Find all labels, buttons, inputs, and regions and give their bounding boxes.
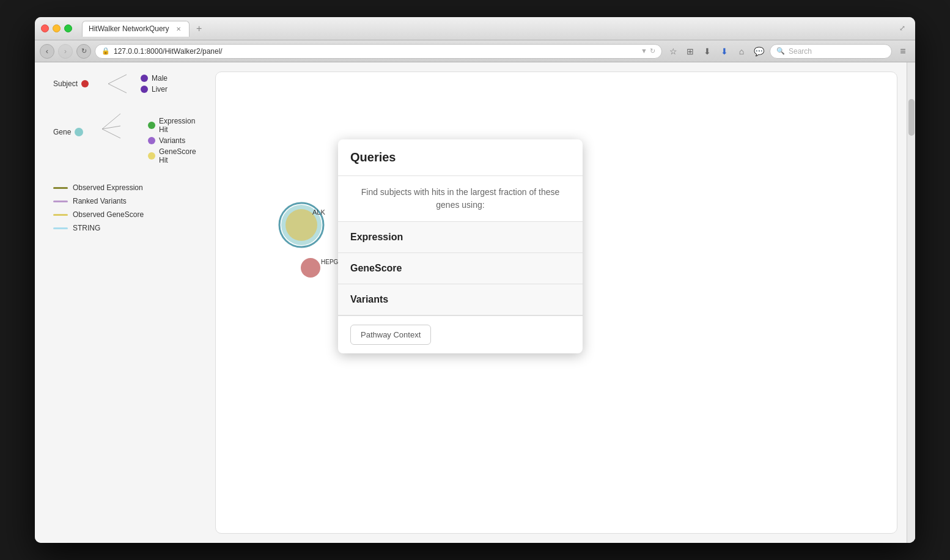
observed-genescore-line xyxy=(53,214,68,216)
genescore-dot xyxy=(148,152,155,160)
window-controls: ⤢ xyxy=(899,24,909,34)
genescore-hit-label: GeneScore Hit xyxy=(159,147,200,164)
subject-label: Subject xyxy=(53,79,78,88)
search-bar[interactable]: 🔍 Search xyxy=(770,44,892,59)
alk-node-label: ALK xyxy=(312,208,325,216)
right-scrollbar[interactable] xyxy=(907,62,915,543)
subject-tree-lines xyxy=(102,72,151,96)
variants-label: Variants xyxy=(159,136,185,145)
genescore-option[interactable]: GeneScore xyxy=(338,253,583,284)
popup-description: Find subjects with hits in the largest f… xyxy=(338,176,583,222)
tab-close-button[interactable]: ✕ xyxy=(174,24,183,33)
svg-line-1 xyxy=(108,84,127,93)
male-label: Male xyxy=(152,74,168,83)
chat-icon[interactable]: 💬 xyxy=(751,44,766,59)
traffic-lights xyxy=(41,24,72,32)
subject-dot xyxy=(81,80,89,87)
close-button[interactable] xyxy=(41,24,49,32)
secure-icon: 🔒 xyxy=(101,47,110,55)
home-icon[interactable]: ⌂ xyxy=(734,44,749,59)
observed-expression-legend-label: Observed Expression xyxy=(73,183,143,192)
scrollbar-thumb[interactable] xyxy=(908,99,915,136)
svg-point-5 xyxy=(301,258,320,278)
browser-window: HitWalker NetworkQuery ✕ + ⤢ ‹ › ↻ 🔒 127… xyxy=(35,17,915,543)
search-icon: 🔍 xyxy=(776,47,785,55)
pathway-context-button[interactable]: Pathway Context xyxy=(350,325,431,345)
url-text: 127.0.0.1:8000/HitWalker2/panel/ xyxy=(114,47,223,56)
expression-dot xyxy=(148,122,155,129)
variants-dot xyxy=(148,137,155,144)
expression-option[interactable]: Expression xyxy=(338,222,583,253)
forward-button[interactable]: › xyxy=(58,44,73,59)
popup-panel: Queries Find subjects with hits in the l… xyxy=(338,139,583,353)
popup-header: Queries xyxy=(338,139,583,176)
gene-dot xyxy=(75,128,83,136)
url-bar[interactable]: 🔒 127.0.0.1:8000/HitWalker2/panel/ ▼ ↻ xyxy=(95,44,662,59)
fullscreen-icon[interactable]: ⤢ xyxy=(899,24,909,34)
url-dropdown-icon[interactable]: ▼ xyxy=(641,47,647,55)
gene-label: Gene xyxy=(53,128,71,136)
gene-tree-lines xyxy=(96,111,145,147)
address-bar: ‹ › ↻ 🔒 127.0.0.1:8000/HitWalker2/panel/… xyxy=(35,40,915,62)
expression-hit-label: Expression Hit xyxy=(159,117,200,134)
url-actions: ▼ ↻ xyxy=(641,47,655,55)
back-button[interactable]: ‹ xyxy=(40,44,54,59)
popup-footer: Pathway Context xyxy=(338,315,583,353)
pocket-icon[interactable]: ⬇ xyxy=(700,44,715,59)
graph-area: ALK HEPG2_... Queries Find subjects with… xyxy=(215,72,897,534)
search-placeholder: Search xyxy=(789,47,812,56)
ranked-variants-line xyxy=(53,201,68,202)
observed-genescore-legend-label: Observed GeneScore xyxy=(73,210,144,219)
svg-line-0 xyxy=(108,75,127,84)
download-icon[interactable]: ⬇ xyxy=(717,44,732,59)
string-line xyxy=(53,227,68,229)
legend-panel: Subject Male Liver xyxy=(41,68,212,537)
minimize-button[interactable] xyxy=(53,24,61,32)
maximize-button[interactable] xyxy=(64,24,72,32)
variants-option[interactable]: Variants xyxy=(338,284,583,315)
popup-title: Queries xyxy=(350,150,396,164)
bookmark-icon[interactable]: ☆ xyxy=(666,44,680,59)
toolbar-icons: ☆ ⊞ ⬇ ⬇ ⌂ 💬 xyxy=(666,44,766,59)
svg-line-4 xyxy=(102,129,120,138)
url-refresh-icon[interactable]: ↻ xyxy=(650,47,655,55)
active-tab[interactable]: HitWalker NetworkQuery ✕ xyxy=(82,21,190,37)
tab-title: HitWalker NetworkQuery xyxy=(89,24,169,33)
refresh-button[interactable]: ↻ xyxy=(76,44,91,59)
string-legend-label: STRING xyxy=(73,224,100,232)
observed-expression-line xyxy=(53,187,68,189)
title-bar: HitWalker NetworkQuery ✕ + ⤢ xyxy=(35,17,915,40)
ranked-variants-legend-label: Ranked Variants xyxy=(73,197,127,205)
liver-label: Liver xyxy=(152,85,168,94)
main-panel: Subject Male Liver xyxy=(35,62,907,543)
reader-icon[interactable]: ⊞ xyxy=(683,44,698,59)
menu-icon[interactable]: ≡ xyxy=(896,44,910,59)
content-area: Subject Male Liver xyxy=(35,62,915,543)
new-tab-button[interactable]: + xyxy=(192,21,207,36)
tab-bar: HitWalker NetworkQuery ✕ + xyxy=(82,21,894,37)
